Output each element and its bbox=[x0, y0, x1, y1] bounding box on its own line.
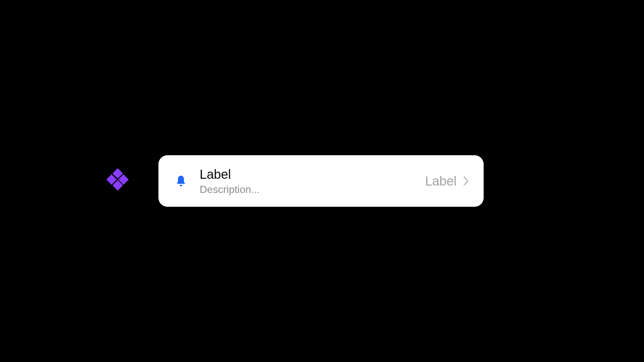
trailing-label: Label bbox=[425, 175, 457, 187]
row-description: Description... bbox=[200, 183, 413, 195]
row-title: Label bbox=[200, 167, 413, 182]
bell-icon bbox=[174, 174, 188, 188]
row-text-group: Label Description... bbox=[200, 167, 413, 195]
list-row[interactable]: Label Description... Label bbox=[158, 155, 484, 207]
diamond-logo bbox=[106, 168, 129, 191]
row-trailing-group: Label bbox=[425, 175, 470, 187]
chevron-right-icon bbox=[462, 175, 470, 187]
